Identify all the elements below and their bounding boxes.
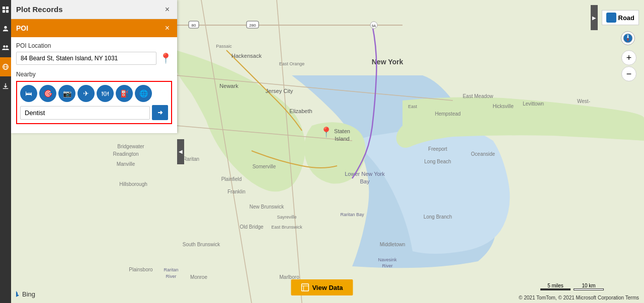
svg-text:River: River xyxy=(166,274,176,279)
svg-rect-58 xyxy=(6,10,9,13)
nearby-icons-row: 🛏 🎯 📷 ✈ 🍽 ⛽ 🌐 xyxy=(20,85,168,102)
svg-text:Readington: Readington xyxy=(113,151,138,157)
svg-point-60 xyxy=(3,45,5,47)
svg-rect-56 xyxy=(6,7,9,9)
svg-text:Island: Island xyxy=(335,136,349,142)
sidebar-item-app[interactable] xyxy=(0,0,11,19)
svg-text:Bay: Bay xyxy=(360,178,370,184)
scale-10km-label: 10 km xyxy=(582,283,595,288)
search-button[interactable] xyxy=(152,105,168,120)
svg-text:Raritan: Raritan xyxy=(183,156,199,162)
poi-close-button[interactable]: × xyxy=(163,23,172,34)
road-view-button[interactable]: Road xyxy=(602,10,639,25)
sidebar-item-globe[interactable] xyxy=(0,57,11,76)
svg-text:Freeport: Freeport xyxy=(428,146,447,152)
road-label: Road xyxy=(618,14,635,22)
svg-text:Hackensack: Hackensack xyxy=(231,53,262,59)
map-location-pin: 📍 xyxy=(320,126,333,138)
search-input[interactable] xyxy=(20,106,150,120)
svg-rect-55 xyxy=(3,7,5,9)
scale-5mi-label: 5 miles xyxy=(547,283,564,288)
svg-text:Franklin: Franklin xyxy=(227,189,246,194)
panel: Plot Records × POI × POI Location 📍 Near… xyxy=(11,0,177,133)
zoom-controls: + − xyxy=(621,50,636,81)
sidebar xyxy=(0,0,11,303)
svg-point-59 xyxy=(4,26,7,29)
zoom-out-button[interactable]: − xyxy=(621,66,636,81)
svg-text:Raritan: Raritan xyxy=(164,267,178,272)
arrow-right-icon xyxy=(156,109,164,117)
svg-point-61 xyxy=(6,45,8,47)
bing-logo: Bing xyxy=(15,290,35,298)
svg-text:Sayreville: Sayreville xyxy=(277,215,296,220)
nearby-hotel-button[interactable]: 🛏 xyxy=(20,85,37,102)
bing-icon xyxy=(15,290,21,298)
nearby-label: Nearby xyxy=(16,71,172,78)
top-right-controls: ▶ Road xyxy=(591,5,639,30)
svg-text:Monroe: Monroe xyxy=(190,274,207,280)
svg-rect-57 xyxy=(3,10,5,13)
svg-text:Staten: Staten xyxy=(334,128,350,134)
svg-text:9A: 9A xyxy=(372,24,376,28)
nearby-world-button[interactable]: 🌐 xyxy=(135,85,152,102)
svg-text:East Meadow: East Meadow xyxy=(463,93,494,99)
svg-text:280: 280 xyxy=(249,23,256,28)
zoom-in-button[interactable]: + xyxy=(621,50,636,65)
sidebar-item-download[interactable] xyxy=(0,76,11,95)
compass-button[interactable]: N xyxy=(621,31,635,45)
svg-text:Middletown: Middletown xyxy=(380,242,406,247)
svg-text:N: N xyxy=(627,34,629,37)
svg-text:80: 80 xyxy=(192,23,196,28)
svg-text:Somerville: Somerville xyxy=(253,164,276,169)
nearby-fuel-button[interactable]: ⛽ xyxy=(116,85,133,102)
svg-text:Elizabeth: Elizabeth xyxy=(289,108,312,114)
svg-text:East Brunswick: East Brunswick xyxy=(271,225,302,230)
svg-text:Manville: Manville xyxy=(117,161,135,167)
search-row xyxy=(20,105,168,120)
table-icon xyxy=(301,283,309,291)
svg-text:Plainfield: Plainfield xyxy=(221,176,242,182)
svg-text:Bridgewater: Bridgewater xyxy=(117,144,144,149)
location-label: POI Location xyxy=(16,42,172,49)
poi-title: POI xyxy=(16,24,28,32)
svg-text:Lower New York: Lower New York xyxy=(345,171,385,177)
nearby-food-button[interactable]: 🍽 xyxy=(97,85,114,102)
poi-location-row: 📍 xyxy=(16,52,172,65)
sidebar-item-group[interactable] xyxy=(0,38,11,57)
svg-text:New Brunswick: New Brunswick xyxy=(250,204,284,210)
view-data-label: View Data xyxy=(312,284,343,291)
svg-text:Plainsboro: Plainsboro xyxy=(129,267,153,272)
svg-text:West-: West- xyxy=(577,98,590,104)
panel-title: Plot Records xyxy=(16,5,63,14)
view-data-button[interactable]: View Data xyxy=(291,279,353,295)
expand-map-button[interactable]: ▶ xyxy=(591,5,598,30)
svg-text:Raritan Bay: Raritan Bay xyxy=(340,212,364,217)
svg-text:Old Bridge: Old Bridge xyxy=(239,224,264,230)
poi-pin-icon[interactable]: 📍 xyxy=(159,52,172,64)
scale-bar-10km xyxy=(574,288,604,290)
svg-text:Levittown: Levittown xyxy=(523,101,544,107)
svg-text:Long Beach: Long Beach xyxy=(424,159,451,164)
nearby-target-button[interactable]: 🎯 xyxy=(39,85,56,102)
svg-text:Navesink: Navesink xyxy=(378,257,397,262)
svg-text:Oceanside: Oceanside xyxy=(471,151,495,157)
panel-close-button[interactable]: × xyxy=(163,4,172,15)
nearby-camera-button[interactable]: 📷 xyxy=(58,85,75,102)
panel-header: Plot Records × xyxy=(11,0,177,19)
svg-text:River: River xyxy=(382,263,392,268)
collapse-panel-button[interactable]: ◀ xyxy=(177,139,184,164)
nearby-plane-button[interactable]: ✈ xyxy=(77,85,95,102)
svg-text:Newark: Newark xyxy=(219,83,238,89)
scale-bar: 5 miles 10 km xyxy=(540,283,604,290)
bing-label: Bing xyxy=(22,290,35,298)
svg-text:East: East xyxy=(408,104,418,109)
poi-header: POI × xyxy=(11,19,177,37)
nearby-box: 🛏 🎯 📷 ✈ 🍽 ⛽ 🌐 xyxy=(16,81,172,124)
svg-text:South Brunswick: South Brunswick xyxy=(183,242,220,247)
svg-text:Jersey City: Jersey City xyxy=(266,88,293,94)
sidebar-item-user[interactable] xyxy=(0,19,11,38)
compass-icon: N xyxy=(623,33,633,43)
svg-text:Hempstead: Hempstead xyxy=(435,111,460,117)
poi-location-input[interactable] xyxy=(16,52,156,65)
svg-text:Hicksville: Hicksville xyxy=(493,104,514,109)
